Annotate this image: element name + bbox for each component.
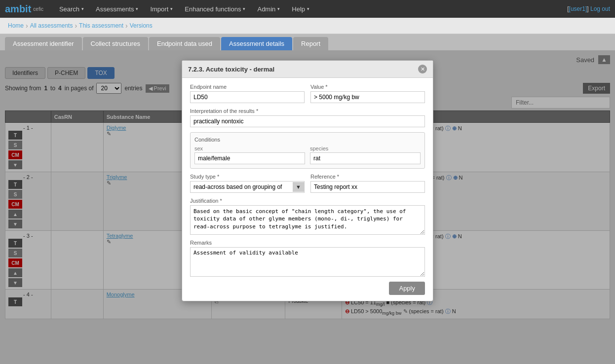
value-label: Value * [310,84,425,90]
form-row-justification: Justification * Based on the basic conce… [190,198,425,235]
app-logo: ambit cefic [5,3,43,15]
form-group-reference: Reference * [310,174,425,193]
form-row-endpoint-value: Endpoint name Value * [190,84,425,103]
conditions-col-species: species [310,146,421,164]
study-type-label: Study type * [190,174,305,180]
conditions-box: Conditions sex species [190,132,425,169]
breadcrumb-sep-3: › [125,22,128,30]
breadcrumb: Home › All assessments › This assessment… [0,18,615,34]
content-area: Saved ▲ Identifiers P-CHEM TOX Showing f… [0,50,615,364]
apply-button[interactable]: Apply [389,282,425,295]
tab-endpoint-data-used[interactable]: Endpoint data used [149,37,220,50]
remarks-label: Remarks [190,240,425,246]
species-input[interactable] [310,152,421,164]
user-link[interactable]: [user1] [569,5,587,12]
form-group-interpretation: Interpretation of the results * [190,108,425,127]
main-tabs: Assessment identifier Collect structures… [0,34,615,50]
nav-enhanced-functions[interactable]: Enhanced functions ▾ [179,0,251,18]
modal-dialog: 7.2.3. Acute toxicity - dermal ✕ Endpoin… [182,60,433,301]
study-type-wrapper: ▼ [190,181,305,193]
import-caret-icon: ▾ [170,6,173,11]
endpoint-name-label: Endpoint name [190,84,305,90]
modal-close-button[interactable]: ✕ [418,65,427,73]
top-navigation: ambit cefic Search ▾ Assessments ▾ Impor… [0,0,615,18]
breadcrumb-sep-1: › [26,22,28,30]
study-type-input[interactable] [191,182,293,192]
logo-suffix: cefic [33,6,43,12]
study-type-dropdown-icon[interactable]: ▼ [293,182,304,192]
form-row-remarks: Remarks Assessment of validity available [190,240,425,277]
value-input[interactable] [310,91,425,103]
conditions-row: sex species [194,146,421,164]
nav-admin[interactable]: Admin ▾ [251,0,286,18]
help-caret-icon: ▾ [307,6,309,11]
endpoint-name-input[interactable] [190,91,305,103]
breadcrumb-all-assessments[interactable]: All assessments [30,22,73,29]
apply-row: Apply [190,282,425,295]
nav-menu: Search ▾ Assessments ▾ Import ▾ Enhanced… [53,0,567,18]
form-group-justification: Justification * Based on the basic conce… [190,198,425,235]
remarks-textarea[interactable]: Assessment of validity available [190,247,425,277]
breadcrumb-versions[interactable]: Versions [130,22,153,29]
sex-label: sex [194,146,305,151]
logo-text: ambit [5,3,31,15]
enhanced-caret-icon: ▾ [243,6,245,11]
modal-title: 7.2.3. Acute toxicity - dermal [188,66,274,73]
breadcrumb-this-assessment[interactable]: This assessment [79,22,123,29]
logout-link[interactable]: Log out [590,5,610,12]
tab-report[interactable]: Report [293,37,328,50]
species-label: species [310,146,421,151]
interpretation-label: Interpretation of the results * [190,108,425,114]
nav-user-area: [[user1]] Log out [567,5,610,12]
nav-assessments[interactable]: Assessments ▾ [90,0,144,18]
conditions-title: Conditions [194,137,421,143]
search-caret-icon: ▾ [81,6,84,11]
admin-caret-icon: ▾ [277,6,280,11]
modal-header: 7.2.3. Acute toxicity - dermal ✕ [182,61,433,78]
form-row-study-reference: Study type * ▼ Reference * [190,174,425,193]
modal-body: Endpoint name Value * Interpretation of … [182,78,433,301]
nav-import[interactable]: Import ▾ [144,0,179,18]
breadcrumb-home[interactable]: Home [8,22,24,29]
form-group-study-type: Study type * ▼ [190,174,305,193]
form-group-endpoint-name: Endpoint name [190,84,305,103]
assessments-caret-icon: ▾ [136,6,138,11]
modal-backdrop: 7.2.3. Acute toxicity - dermal ✕ Endpoin… [0,50,615,364]
tab-assessment-details[interactable]: Assessment details [221,37,292,50]
justification-label: Justification * [190,198,425,204]
tab-collect-structures[interactable]: Collect structures [83,37,148,50]
form-group-remarks: Remarks Assessment of validity available [190,240,425,277]
nav-help[interactable]: Help ▾ [286,0,315,18]
tab-assessment-identifier[interactable]: Assessment identifier [5,37,82,50]
conditions-col-sex: sex [194,146,305,164]
sex-input[interactable] [194,152,305,164]
interpretation-input[interactable] [190,115,425,127]
justification-textarea[interactable]: Based on the basic concept of "chain len… [190,205,425,235]
form-group-value: Value * [310,84,425,103]
nav-search[interactable]: Search ▾ [53,0,90,18]
breadcrumb-sep-2: › [75,22,77,30]
reference-input[interactable] [310,181,425,193]
form-row-interpretation: Interpretation of the results * [190,108,425,127]
reference-label: Reference * [310,174,425,180]
